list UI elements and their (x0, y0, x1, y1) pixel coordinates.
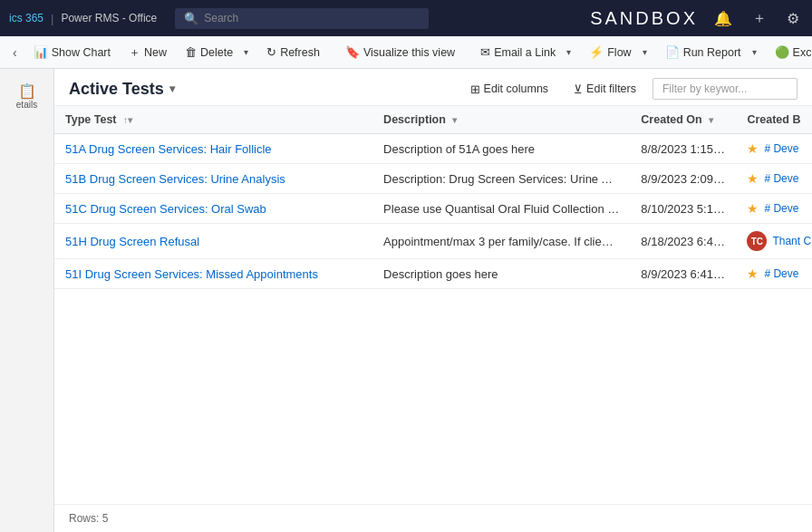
email-chevron[interactable]: ▾ (566, 47, 571, 57)
col-header-created-by[interactable]: Created B (736, 106, 812, 134)
filter-icon: ⊻ (574, 82, 583, 96)
new-label: New (144, 46, 167, 59)
sidebar-item-details[interactable]: 📋 etails (5, 78, 49, 114)
flow-label: Flow (607, 46, 631, 59)
sort-icon-created-on: ▾ (709, 115, 713, 125)
excel-templates-button[interactable]: 🟢 Excel Templates (768, 42, 812, 63)
run-report-button[interactable]: 📄 Run Report (658, 42, 749, 63)
created-on-cell: 8/8/2023 1:15 PM (630, 134, 736, 164)
top-nav-right: SANDBOX 🔔 ＋ ⚙ (590, 5, 803, 32)
edit-columns-button[interactable]: ⊞ Edit columns (461, 79, 558, 100)
visualize-button[interactable]: 🔖 Visualize this view (338, 42, 462, 63)
office-name: Power RMS - Office (61, 12, 157, 24)
view-title-area: Active Tests ▾ (69, 80, 175, 99)
refresh-icon: ↻ (266, 45, 276, 59)
show-chart-button[interactable]: 📊 Show Chart (26, 42, 118, 63)
delete-label: Delete (200, 46, 233, 59)
star-icon: ★ (747, 201, 759, 216)
table-footer: Rows: 5 (54, 504, 812, 532)
created-on-cell: 8/9/2023 6:41 PM (630, 259, 736, 289)
search-box[interactable]: 🔍 (175, 8, 429, 29)
star-icon: ★ (747, 171, 759, 186)
description-cell: Description goes here (372, 259, 630, 289)
active-tests-table: Type Test ↑▾ Description ▾ Created On ▾ … (54, 106, 812, 289)
description-cell: Appointment/max 3 per family/case. If cl… (372, 224, 630, 259)
created-by-cell: ★# Deve (736, 259, 812, 289)
table-row: 51I Drug Screen Services: Missed Appoint… (54, 259, 812, 289)
run-report-label: Run Report (683, 46, 741, 59)
app-name: ics 365 (9, 12, 44, 24)
flow-button[interactable]: ⚡ Flow (582, 42, 638, 63)
col-header-description[interactable]: Description ▾ (372, 106, 630, 134)
page-title: Active Tests (69, 80, 164, 99)
created-by-cell: ★# Deve (736, 134, 812, 164)
brand-area: ics 365 | Power RMS - Office (9, 12, 157, 25)
search-input[interactable] (204, 12, 420, 24)
created-by-name: Thant C (772, 235, 811, 247)
email-icon: ✉ (480, 45, 490, 59)
created-on-cell: 8/10/2023 5:16 PM (630, 194, 736, 224)
description-cell: Description: Drug Screen Services: Urine… (372, 164, 630, 194)
sandbox-label: SANDBOX (590, 8, 698, 29)
run-report-icon: 📄 (665, 45, 680, 59)
main-layout: 📋 etails Active Tests ▾ ⊞ Edit columns ⊻… (0, 69, 812, 532)
delete-icon: 🗑 (185, 45, 197, 59)
star-icon: ★ (747, 266, 759, 281)
star-icon: ★ (747, 141, 759, 156)
edit-filters-label: Edit filters (586, 82, 636, 95)
edit-columns-label: Edit columns (484, 82, 549, 95)
table-row: 51C Drug Screen Services: Oral SwabPleas… (54, 194, 812, 224)
email-link-button[interactable]: ✉ Email a Link (473, 42, 563, 63)
rows-count: Rows: 5 (69, 512, 108, 525)
type-test-link[interactable]: 51I Drug Screen Services: Missed Appoint… (65, 267, 318, 281)
type-test-link[interactable]: 51C Drug Screen Services: Oral Swab (65, 202, 266, 216)
edit-columns-icon: ⊞ (470, 82, 480, 96)
back-button[interactable]: ‹ (7, 42, 23, 63)
description-cell: Description of 51A goes here (372, 134, 630, 164)
settings-icon-btn[interactable]: ⚙ (783, 6, 803, 31)
table-wrapper: Type Test ↑▾ Description ▾ Created On ▾ … (54, 106, 812, 504)
avatar: TC (747, 231, 767, 251)
excel-icon: 🟢 (775, 45, 789, 59)
sort-icon-type: ↑▾ (123, 115, 132, 125)
refresh-button[interactable]: ↻ Refresh (259, 42, 327, 63)
type-test-link[interactable]: 51H Drug Screen Refusal (65, 235, 199, 248)
flow-chevron[interactable]: ▾ (643, 47, 647, 57)
table-header-row: Type Test ↑▾ Description ▾ Created On ▾ … (54, 106, 812, 134)
sidebar-item-label: etails (16, 100, 37, 110)
new-button[interactable]: ＋ New (121, 41, 174, 64)
toolbar: ‹ 📊 Show Chart ＋ New 🗑 Delete ▾ ↻ Refres… (0, 36, 812, 69)
email-label: Email a Link (494, 46, 556, 59)
created-on-cell: 8/9/2023 2:09 PM (630, 164, 736, 194)
plus-icon-btn[interactable]: ＋ (749, 5, 770, 32)
type-test-link[interactable]: 51B Drug Screen Services: Urine Analysis (65, 172, 285, 186)
table-row: 51B Drug Screen Services: Urine Analysis… (54, 164, 812, 194)
chart-icon: 📊 (34, 45, 48, 59)
col-header-type-test[interactable]: Type Test ↑▾ (54, 106, 372, 134)
keyword-filter-box[interactable]: Filter by keywor... (652, 78, 798, 100)
created-by-cell: ★# Deve (736, 164, 812, 194)
details-icon: 📋 (18, 82, 36, 100)
sidebar: 📋 etails (0, 69, 54, 532)
created-on-cell: 8/18/2023 6:45 AM (630, 224, 736, 259)
col-header-created-on[interactable]: Created On ▾ (630, 106, 736, 134)
created-by-name: # Deve (764, 142, 798, 155)
header-actions: ⊞ Edit columns ⊻ Edit filters Filter by … (461, 78, 798, 100)
edit-filters-button[interactable]: ⊻ Edit filters (565, 79, 645, 100)
table-row: 51A Drug Screen Services: Hair FollicleD… (54, 134, 812, 164)
delete-button[interactable]: 🗑 Delete (178, 42, 240, 63)
description-cell: Please use Quantisal Oral Fluid Collecti… (372, 194, 630, 224)
new-icon: ＋ (129, 44, 140, 61)
type-test-link[interactable]: 51A Drug Screen Services: Hair Follicle (65, 142, 272, 156)
keyword-filter-placeholder: Filter by keywor... (662, 82, 747, 95)
top-navigation: ics 365 | Power RMS - Office 🔍 SANDBOX 🔔… (0, 0, 812, 36)
delete-chevron[interactable]: ▾ (244, 47, 248, 57)
title-chevron-icon[interactable]: ▾ (169, 82, 175, 95)
created-by-cell: TCThant C (736, 224, 812, 259)
run-report-chevron[interactable]: ▾ (752, 47, 757, 57)
search-icon: 🔍 (184, 12, 198, 25)
flow-icon: ⚡ (589, 45, 604, 59)
created-by-name: # Deve (764, 267, 798, 280)
notification-icon-btn[interactable]: 🔔 (710, 6, 736, 31)
table-row: 51H Drug Screen RefusalAppointment/max 3… (54, 224, 812, 259)
